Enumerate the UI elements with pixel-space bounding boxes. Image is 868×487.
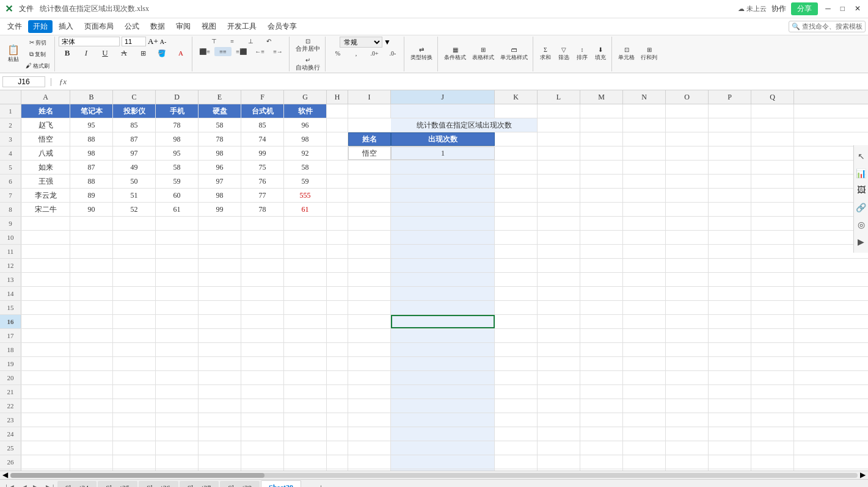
row-num-4[interactable]: 4 <box>0 146 21 160</box>
cell-J1[interactable] <box>391 104 495 118</box>
cell-P23[interactable] <box>709 413 751 427</box>
cell-I6[interactable] <box>348 175 391 188</box>
cell-N15[interactable] <box>623 301 666 314</box>
col-header-M[interactable]: M <box>580 90 623 104</box>
cell-D7[interactable]: 60 <box>156 189 199 202</box>
cell-A7[interactable]: 李云龙 <box>21 189 70 202</box>
cell-N10[interactable] <box>623 231 666 244</box>
cell-N21[interactable] <box>623 385 666 399</box>
cell-E5[interactable]: 96 <box>199 161 241 174</box>
cell-L4[interactable] <box>538 146 580 160</box>
cell-G26[interactable] <box>284 455 327 469</box>
col-header-G[interactable]: G <box>284 90 327 104</box>
cell-I18[interactable] <box>348 343 391 356</box>
cell-H5[interactable] <box>327 161 348 174</box>
cell-L17[interactable] <box>538 329 580 342</box>
cell-A24[interactable] <box>21 427 70 441</box>
cell-H2[interactable] <box>327 118 348 132</box>
cell-N14[interactable] <box>623 287 666 300</box>
cell-B18[interactable] <box>70 343 113 356</box>
col-header-B[interactable]: B <box>70 90 113 104</box>
cell-A14[interactable] <box>21 287 70 300</box>
cell-L16[interactable] <box>538 315 580 328</box>
menu-start[interactable]: 开始 <box>28 20 53 33</box>
cell-Q9[interactable] <box>751 217 794 230</box>
cell-I15[interactable] <box>348 301 391 314</box>
cell-M20[interactable] <box>580 371 623 384</box>
cell-J19[interactable] <box>391 357 495 370</box>
cell-J20[interactable] <box>391 371 495 384</box>
cell-N19[interactable] <box>623 357 666 370</box>
cell-J16[interactable] <box>391 315 495 328</box>
cell-F9[interactable] <box>241 217 284 230</box>
cell-N23[interactable] <box>623 413 666 427</box>
cell-H14[interactable] <box>327 287 348 300</box>
align-middle-btn[interactable]: ≡ <box>224 37 241 46</box>
cell-D5[interactable]: 58 <box>156 161 199 174</box>
cell-C22[interactable] <box>113 399 156 413</box>
border-button[interactable]: ⊞ <box>134 49 151 58</box>
cell-E12[interactable] <box>199 259 241 272</box>
cell-C23[interactable] <box>113 413 156 427</box>
row-num-9[interactable]: 9 <box>0 217 21 230</box>
cell-K14[interactable] <box>495 287 538 300</box>
cell-K19[interactable] <box>495 357 538 370</box>
cell-A12[interactable] <box>21 259 70 272</box>
align-bottom-btn[interactable]: ⊥ <box>242 37 259 46</box>
cell-B26[interactable] <box>70 455 113 469</box>
cell-D26[interactable] <box>156 455 199 469</box>
cell-I11[interactable] <box>348 245 391 258</box>
cell-O18[interactable] <box>666 343 709 356</box>
col-header-P[interactable]: P <box>709 90 751 104</box>
cell-Q7[interactable] <box>751 189 794 202</box>
cell-P21[interactable] <box>709 385 751 399</box>
cell-E19[interactable] <box>199 357 241 370</box>
cell-E15[interactable] <box>199 301 241 314</box>
cell-N27[interactable] <box>623 469 666 471</box>
cell-D3[interactable]: 98 <box>156 132 199 146</box>
cell-K1[interactable] <box>495 104 538 118</box>
cell-G8[interactable]: 61 <box>284 203 327 216</box>
cell-O1[interactable] <box>666 104 709 118</box>
cell-N6[interactable] <box>623 175 666 188</box>
align-center-btn[interactable]: ≡≡ <box>214 47 232 56</box>
cell-J23[interactable] <box>391 413 495 427</box>
menu-dev[interactable]: 开发工具 <box>222 20 261 33</box>
cell-C11[interactable] <box>113 245 156 258</box>
cell-M17[interactable] <box>580 329 623 342</box>
align-left-btn[interactable]: ⬛≡ <box>196 47 213 56</box>
cell-Q10[interactable] <box>751 231 794 244</box>
cell-F12[interactable] <box>241 259 284 272</box>
cell-F24[interactable] <box>241 427 284 441</box>
cell-H8[interactable] <box>327 203 348 216</box>
cell-C18[interactable] <box>113 343 156 356</box>
cell-E9[interactable] <box>199 217 241 230</box>
cell-G20[interactable] <box>284 371 327 384</box>
cell-D16[interactable] <box>156 315 199 328</box>
cell-A15[interactable] <box>21 301 70 314</box>
row-num-8[interactable]: 8 <box>0 203 21 216</box>
cell-N1[interactable] <box>623 104 666 118</box>
cell-G1[interactable]: 软件 <box>284 104 327 118</box>
cell-O11[interactable] <box>666 245 709 258</box>
cell-J25[interactable] <box>391 441 495 455</box>
cell-B6[interactable]: 88 <box>70 175 113 188</box>
cell-O6[interactable] <box>666 175 709 188</box>
cell-J6[interactable] <box>391 175 495 188</box>
cell-A1[interactable]: 姓名 <box>21 104 70 118</box>
cell-G24[interactable] <box>284 427 327 441</box>
cell-J24[interactable] <box>391 427 495 441</box>
decimal-increase-btn[interactable]: .0+ <box>366 49 383 58</box>
cell-M6[interactable] <box>580 175 623 188</box>
row-num-25[interactable]: 25 <box>0 441 21 455</box>
h-scrollbar[interactable]: ◀ ▶ <box>0 471 868 479</box>
col-header-A[interactable]: A <box>21 90 70 104</box>
cell-I23[interactable] <box>348 413 391 427</box>
scroll-right-btn[interactable]: ▶ <box>860 471 866 480</box>
cell-H15[interactable] <box>327 301 348 314</box>
cell-I25[interactable] <box>348 441 391 455</box>
cell-P7[interactable] <box>709 189 751 202</box>
cell-E23[interactable] <box>199 413 241 427</box>
cell-G3[interactable]: 98 <box>284 132 327 146</box>
cell-A19[interactable] <box>21 357 70 370</box>
